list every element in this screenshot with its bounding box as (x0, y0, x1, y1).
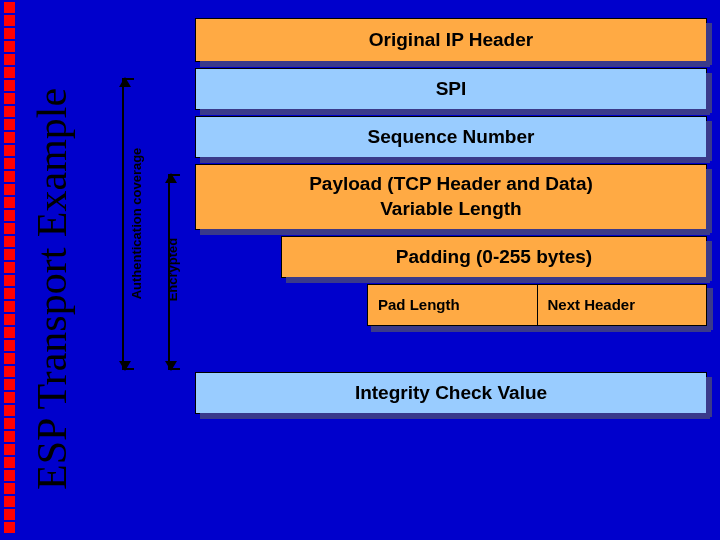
field-label: SPI (436, 78, 467, 100)
encrypted-label: Encrypted (165, 230, 180, 310)
field-label: Padding (0-255 bytes) (396, 246, 592, 268)
auth-coverage-label: Authentication coverage (129, 144, 144, 304)
field-icv: Integrity Check Value (195, 372, 707, 414)
decorative-squares (4, 2, 15, 533)
field-padding: Padding (0-255 bytes) (281, 236, 707, 278)
field-original-ip-header: Original IP Header (195, 18, 707, 62)
field-label: Next Header (548, 297, 636, 314)
field-next-header: Next Header (538, 284, 708, 326)
field-spi: SPI (195, 68, 707, 110)
slide-title: ESP Transport Example (28, 88, 76, 490)
field-label: Integrity Check Value (355, 382, 547, 404)
field-label: Payload (TCP Header and Data) Variable L… (309, 172, 593, 221)
packet-diagram: Original IP Header SPI Sequence Number P… (195, 18, 707, 420)
field-label: Original IP Header (369, 29, 533, 51)
field-label: Pad Length (378, 297, 460, 314)
field-pad-length: Pad Length (367, 284, 538, 326)
field-sequence-number: Sequence Number (195, 116, 707, 158)
gap (195, 332, 707, 372)
field-label: Sequence Number (368, 126, 535, 148)
field-payload: Payload (TCP Header and Data) Variable L… (195, 164, 707, 230)
field-pad-next-row: Pad Length Next Header (367, 284, 707, 326)
